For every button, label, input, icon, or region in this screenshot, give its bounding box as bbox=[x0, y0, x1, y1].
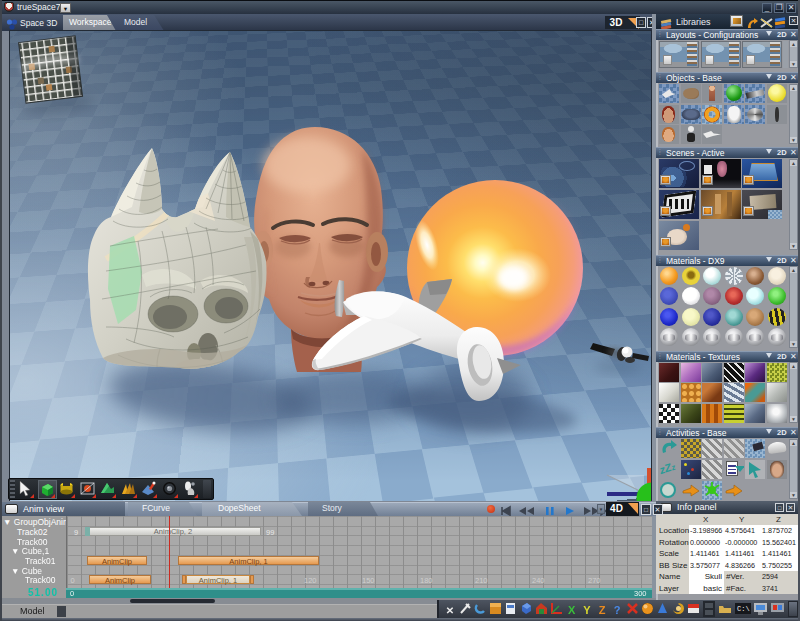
svg-text:C:\: C:\ bbox=[737, 605, 750, 613]
